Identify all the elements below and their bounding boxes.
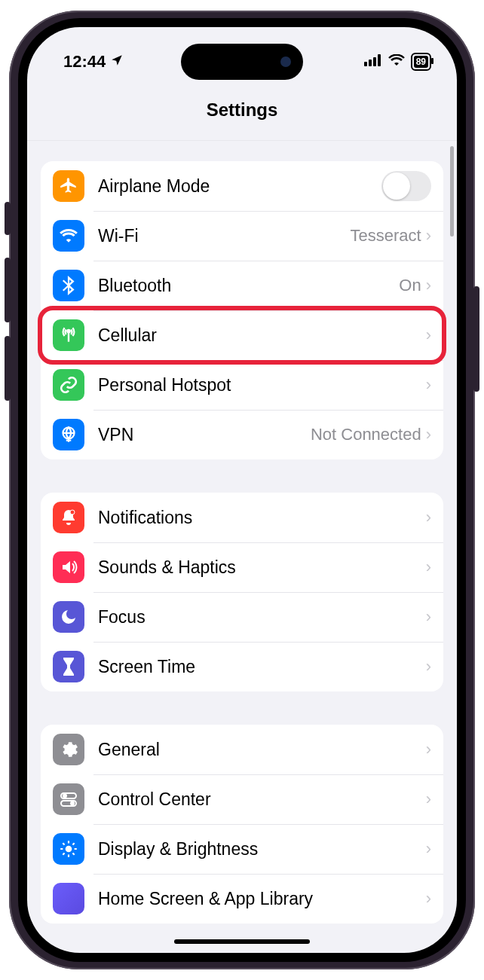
chevron-right-icon: › xyxy=(426,839,431,859)
chevron-right-icon: › xyxy=(426,375,431,395)
status-time: 12:44 xyxy=(63,52,106,72)
chevron-right-icon: › xyxy=(426,276,431,295)
row-detail: On xyxy=(399,276,421,295)
power-button[interactable] xyxy=(473,286,479,392)
svg-rect-2 xyxy=(373,57,376,66)
chevron-right-icon: › xyxy=(426,657,431,676)
chevron-right-icon: › xyxy=(426,508,431,527)
settings-group-notifications: Notifications › Sounds & Haptics › Focus… xyxy=(41,493,443,691)
row-airplane-mode[interactable]: Airplane Mode xyxy=(41,161,443,211)
row-display-brightness[interactable]: Display & Brightness › xyxy=(41,824,443,874)
row-bluetooth[interactable]: Bluetooth On › xyxy=(41,261,443,310)
stage: 12:44 xyxy=(0,0,484,980)
row-home-screen-app-library[interactable]: Home Screen & App Library › xyxy=(41,874,443,924)
battery-percent: 89 xyxy=(414,56,428,68)
screen: 12:44 xyxy=(27,27,457,953)
volume-down-button[interactable] xyxy=(5,336,11,401)
airplane-icon xyxy=(53,170,84,202)
row-label: Wi-Fi xyxy=(98,226,351,246)
svg-point-10 xyxy=(71,802,74,805)
battery-icon: 89 xyxy=(411,53,431,71)
row-label: Focus xyxy=(98,607,426,627)
speaker-icon xyxy=(53,551,84,583)
row-label: Notifications xyxy=(98,508,426,528)
chevron-right-icon: › xyxy=(426,325,431,345)
row-personal-hotspot[interactable]: Personal Hotspot › xyxy=(41,360,443,410)
row-wifi[interactable]: Wi-Fi Tesseract › xyxy=(41,211,443,261)
row-control-center[interactable]: Control Center › xyxy=(41,774,443,824)
row-detail: Not Connected xyxy=(311,425,421,444)
settings-group-general: General › Control Center › Display & Bri… xyxy=(41,725,443,924)
row-label: Bluetooth xyxy=(98,276,399,296)
chevron-right-icon: › xyxy=(426,789,431,809)
gear-icon xyxy=(53,734,84,765)
row-sounds-haptics[interactable]: Sounds & Haptics › xyxy=(41,542,443,592)
wifi-settings-icon xyxy=(53,220,84,252)
row-label: Airplane Mode xyxy=(98,176,381,197)
row-label: Sounds & Haptics xyxy=(98,557,426,578)
globe-icon xyxy=(53,419,84,450)
row-notifications[interactable]: Notifications › xyxy=(41,493,443,542)
airplane-toggle[interactable] xyxy=(381,171,431,201)
chevron-right-icon: › xyxy=(426,607,431,627)
status-bar-left: 12:44 xyxy=(63,52,124,72)
row-detail: Tesseract xyxy=(351,226,421,246)
row-label: Screen Time xyxy=(98,657,426,677)
row-label: Home Screen & App Library xyxy=(98,889,426,909)
bell-icon xyxy=(53,502,84,533)
moon-icon xyxy=(53,601,84,633)
settings-group-connectivity: Airplane Mode Wi-Fi Tesseract › Bluetoot… xyxy=(41,161,443,459)
wifi-icon xyxy=(388,54,405,69)
page-title: Settings xyxy=(207,99,278,121)
row-focus[interactable]: Focus › xyxy=(41,592,443,642)
row-screen-time[interactable]: Screen Time › xyxy=(41,642,443,691)
location-icon xyxy=(110,52,124,72)
volume-up-button[interactable] xyxy=(5,258,11,322)
svg-point-6 xyxy=(70,510,75,514)
chevron-right-icon: › xyxy=(426,740,431,759)
app-grid-icon xyxy=(53,883,84,914)
svg-rect-1 xyxy=(369,60,372,66)
mute-switch[interactable] xyxy=(5,202,11,235)
svg-point-8 xyxy=(63,795,66,798)
antenna-icon xyxy=(53,319,84,351)
row-vpn[interactable]: VPN Not Connected › xyxy=(41,410,443,459)
link-icon xyxy=(53,369,84,401)
row-label: VPN xyxy=(98,425,311,445)
home-indicator[interactable] xyxy=(174,939,310,944)
svg-rect-3 xyxy=(378,54,381,66)
svg-point-4 xyxy=(67,330,69,332)
row-general[interactable]: General › xyxy=(41,725,443,774)
chevron-right-icon: › xyxy=(426,889,431,908)
chevron-right-icon: › xyxy=(426,557,431,577)
toggles-icon xyxy=(53,783,84,815)
sun-icon xyxy=(53,833,84,865)
status-bar-right: 89 xyxy=(364,53,431,71)
settings-content[interactable]: Airplane Mode Wi-Fi Tesseract › Bluetoot… xyxy=(27,140,457,953)
row-label: Display & Brightness xyxy=(98,839,426,859)
nav-header: Settings xyxy=(27,80,457,141)
row-label: Personal Hotspot xyxy=(98,375,426,395)
hourglass-icon xyxy=(53,651,84,682)
row-cellular[interactable]: Cellular › xyxy=(41,310,443,360)
svg-rect-0 xyxy=(364,62,367,66)
svg-point-11 xyxy=(66,846,72,853)
bluetooth-icon xyxy=(53,270,84,301)
chevron-right-icon: › xyxy=(426,226,431,246)
row-label: Cellular xyxy=(98,325,426,346)
row-label: General xyxy=(98,740,426,760)
cell-signal-icon xyxy=(364,54,382,69)
status-bar: 12:44 xyxy=(27,27,457,80)
chevron-right-icon: › xyxy=(426,425,431,444)
row-label: Control Center xyxy=(98,789,426,810)
